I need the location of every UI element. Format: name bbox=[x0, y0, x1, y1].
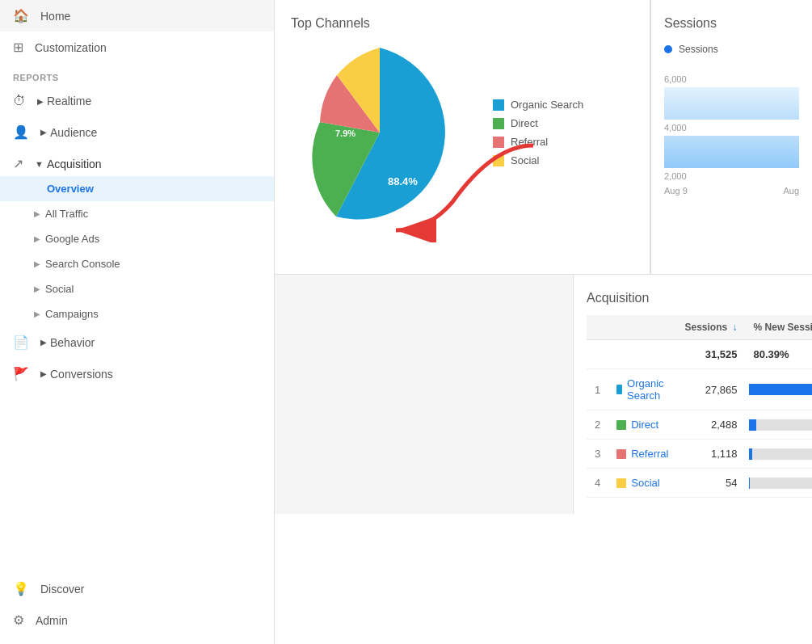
legend-color-social bbox=[493, 155, 504, 166]
table-row: 3 Referral 1,118 bbox=[587, 440, 812, 469]
sidebar-item-acquisition[interactable]: ↗ ▼ Acquisition bbox=[0, 148, 274, 176]
sessions-2: 2,488 bbox=[676, 410, 745, 440]
overview-label: Overview bbox=[47, 183, 94, 195]
chart-area-top bbox=[664, 87, 799, 120]
x-label-aug: Aug bbox=[783, 186, 799, 196]
channel-dot-social bbox=[616, 478, 626, 488]
channel-4: Social bbox=[608, 469, 676, 498]
pie-label-main: 88.4% bbox=[388, 175, 418, 187]
campaigns-label: Campaigns bbox=[45, 308, 99, 320]
top-channels-title: Top Channels bbox=[291, 16, 633, 31]
acquisition-table-container: Acquisition Sessions ↓ % New Sessions bbox=[574, 275, 812, 514]
bar-bg-2 bbox=[749, 419, 812, 431]
sidebar-item-campaigns[interactable]: ▶ Campaigns bbox=[0, 301, 274, 326]
sidebar-item-audience[interactable]: 👤 ▶ Audience bbox=[0, 116, 274, 148]
google-ads-arrow: ▶ bbox=[34, 234, 40, 243]
bottom-left-empty bbox=[275, 275, 574, 514]
table-row: 4 Social 54 bbox=[587, 469, 812, 498]
realtime-icon: ⏱ bbox=[13, 94, 26, 108]
conversions-arrow: ▶ bbox=[40, 369, 47, 378]
sidebar-home-label: Home bbox=[40, 10, 70, 23]
top-channels-panel: Top Channels bbox=[275, 0, 650, 274]
sidebar-item-social[interactable]: ▶ Social bbox=[0, 276, 274, 301]
sessions-chart: 6,000 4,000 2,000 Aug 9 Aug bbox=[664, 63, 799, 204]
channel-name-organic: Organic Search bbox=[627, 377, 668, 402]
y-label-6000: 6,000 bbox=[664, 74, 799, 84]
bar-fill-1 bbox=[749, 384, 812, 395]
channel-link-referral[interactable]: Referral bbox=[616, 448, 668, 460]
sidebar-conversions-label: Conversions bbox=[50, 368, 113, 381]
top-section: Top Channels bbox=[275, 0, 812, 275]
bottom-content: Acquisition Sessions ↓ % New Sessions bbox=[275, 275, 812, 514]
channel-link-direct[interactable]: Direct bbox=[616, 419, 668, 431]
legend-label-organic: Organic Search bbox=[511, 99, 583, 111]
bar-col-1 bbox=[746, 369, 812, 410]
sidebar-item-all-traffic[interactable]: ▶ All Traffic bbox=[0, 201, 274, 226]
sessions-legend: Sessions bbox=[664, 44, 799, 55]
x-label-aug9: Aug 9 bbox=[664, 186, 688, 196]
pie-chart: 88.4% 7.9% bbox=[291, 44, 469, 221]
total-sessions: 31,525 bbox=[676, 340, 745, 369]
legend-color-organic bbox=[493, 99, 504, 111]
discover-icon: 💡 bbox=[13, 581, 29, 596]
sidebar-item-discover[interactable]: 💡 Discover bbox=[0, 573, 274, 604]
total-pct-new: 80.39% bbox=[746, 340, 812, 369]
legend-organic: Organic Search bbox=[493, 99, 583, 111]
acquisition-table-title: Acquisition bbox=[587, 291, 812, 305]
chart-area: 88.4% 7.9% Organic Search Direct bbox=[291, 44, 633, 221]
conversions-icon: 🚩 bbox=[13, 366, 29, 381]
channel-name-direct: Direct bbox=[631, 419, 658, 431]
sidebar-item-google-ads[interactable]: ▶ Google Ads bbox=[0, 226, 274, 251]
bar-bg-4 bbox=[749, 478, 812, 489]
main-content: Top Channels bbox=[275, 0, 812, 644]
reports-label: REPORTS bbox=[0, 63, 274, 86]
sidebar-item-admin[interactable]: ⚙ Admin bbox=[0, 604, 274, 636]
audience-arrow: ▶ bbox=[40, 128, 47, 137]
total-channel bbox=[608, 340, 676, 369]
social-arrow: ▶ bbox=[34, 284, 40, 293]
y-label-4000: 4,000 bbox=[664, 123, 799, 133]
sidebar-item-customization[interactable]: ⊞ Customization bbox=[0, 32, 274, 63]
legend-color-referral bbox=[493, 137, 504, 148]
channel-2: Direct bbox=[608, 410, 676, 440]
legend-color-direct bbox=[493, 118, 504, 129]
sidebar-item-overview[interactable]: Overview bbox=[0, 176, 274, 201]
sidebar-item-home[interactable]: 🏠 Home bbox=[0, 0, 274, 32]
sessions-sort-icon: ↓ bbox=[733, 322, 738, 333]
sidebar-realtime-label: Realtime bbox=[47, 95, 91, 107]
google-ads-label: Google Ads bbox=[45, 233, 99, 245]
sessions-title: Sessions bbox=[664, 16, 799, 31]
sidebar-acquisition-label: Acquisition bbox=[47, 158, 102, 170]
sessions-legend-label: Sessions bbox=[679, 44, 718, 55]
rank-3: 3 bbox=[587, 440, 608, 469]
behavior-icon: 📄 bbox=[13, 335, 29, 350]
sidebar: 🏠 Home ⊞ Customization REPORTS ⏱ ▶ Realt… bbox=[0, 0, 275, 644]
sidebar-item-behavior[interactable]: 📄 ▶ Behavior bbox=[0, 326, 274, 358]
legend-label-direct: Direct bbox=[511, 117, 538, 129]
acquisition-table: Sessions ↓ % New Sessions ⊤ New Users ⊤ bbox=[587, 315, 812, 498]
pie-svg: 88.4% 7.9% bbox=[291, 44, 469, 221]
bar-col-4 bbox=[746, 469, 812, 498]
th-pct-new: % New Sessions ⊤ bbox=[746, 315, 812, 340]
channel-dot-direct bbox=[616, 420, 626, 430]
sidebar-item-conversions[interactable]: 🚩 ▶ Conversions bbox=[0, 358, 274, 389]
table-body: 31,525 80.39% 25,343 1 Organic Search bbox=[587, 340, 812, 498]
pie-label-green: 7.9% bbox=[335, 128, 356, 138]
sidebar-item-realtime[interactable]: ⏱ ▶ Realtime bbox=[0, 86, 274, 116]
bottom-section: Acquisition Sessions ↓ % New Sessions bbox=[275, 275, 812, 644]
sidebar-item-search-console[interactable]: ▶ Search Console bbox=[0, 251, 274, 276]
bar-fill-3 bbox=[749, 448, 753, 460]
campaigns-arrow: ▶ bbox=[34, 309, 40, 318]
sessions-panel: Sessions Sessions 6,000 4,000 2,000 Aug … bbox=[650, 0, 812, 274]
acquisition-icon: ↗ bbox=[13, 156, 23, 171]
bar-fill-4 bbox=[749, 478, 750, 489]
channel-link-organic[interactable]: Organic Search bbox=[616, 377, 668, 402]
rank-1: 1 bbox=[587, 369, 608, 410]
admin-icon: ⚙ bbox=[13, 612, 24, 628]
sessions-dot bbox=[664, 45, 672, 53]
pct-new-col-label: % New Sessions bbox=[754, 322, 812, 333]
bar-bg-3 bbox=[749, 448, 812, 460]
chart-legend: Organic Search Direct Referral Social bbox=[493, 99, 583, 166]
channel-1: Organic Search bbox=[608, 369, 676, 410]
channel-link-social[interactable]: Social bbox=[616, 477, 668, 489]
